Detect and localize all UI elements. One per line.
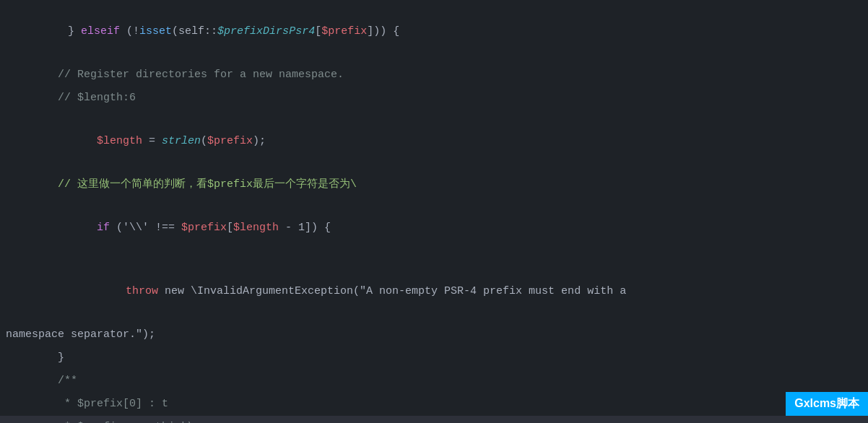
code-line-7: throw new \InvalidArgumentException("A n…: [0, 260, 868, 323]
line-9-content: }: [58, 348, 64, 368]
code-line-1: } elseif (!isset(self::$prefixDirsPsr4[$…: [0, 0, 868, 64]
line-4-content: $length = strlen($prefix);: [58, 111, 266, 172]
code-line-2: // Register directories for a new namesp…: [0, 64, 868, 87]
code-editor: } elseif (!isset(self::$prefixDirsPsr4[$…: [0, 0, 868, 423]
line-7-content: throw new \InvalidArgumentException("A n…: [87, 261, 626, 322]
code-line-3: // $length:6: [0, 87, 868, 110]
code-line-8: namespace separator.");: [0, 323, 868, 346]
line-12-content: * $prefix : think\: [58, 417, 194, 423]
line-6-content: if ('\\' !== $prefix[$length - 1]) {: [58, 198, 331, 258]
line-2-content: // Register directories for a new namesp…: [58, 65, 344, 85]
line-11-content: * $prefix[0] : t: [58, 394, 168, 414]
code-line-9: }: [0, 346, 868, 370]
code-line-4: $length = strlen($prefix);: [0, 110, 868, 173]
line-5-content: // 这里做一个简单的判断，看$prefix最后一个字符是否为\: [58, 175, 357, 195]
code-line-12: * $prefix : think\: [0, 416, 868, 423]
line-3-content: // $length:6: [58, 88, 136, 108]
line-1-content: } elseif (!isset(self::$prefixDirsPsr4[$…: [29, 1, 399, 62]
code-line-11: * $prefix[0] : t: [0, 393, 868, 416]
watermark: Gxlcms脚本: [786, 392, 868, 416]
code-line-5: // 这里做一个简单的判断，看$prefix最后一个字符是否为\: [0, 173, 868, 196]
code-line-10: /**: [0, 370, 868, 393]
line-8-content: namespace separator.");: [6, 325, 155, 345]
code-line-6: if ('\\' !== $prefix[$length - 1]) {: [0, 196, 868, 260]
line-10-content: /**: [58, 371, 77, 391]
